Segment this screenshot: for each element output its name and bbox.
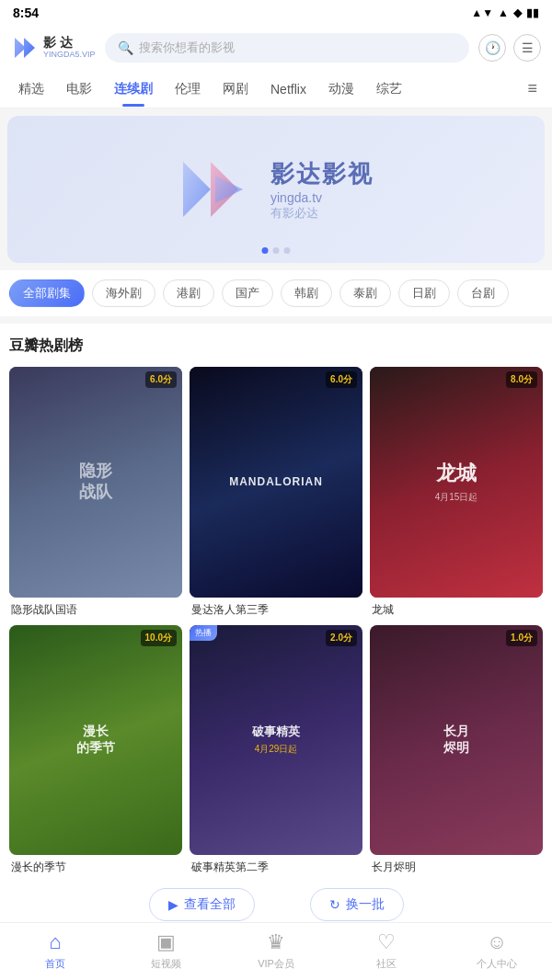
search-placeholder: 搜索你想看的影视 <box>139 40 235 56</box>
nav-profile-label: 个人中心 <box>477 957 517 971</box>
community-icon: ♡ <box>377 930 396 954</box>
bottom-nav: ⌂ 首页 ▣ 短视频 ♛ VIP会员 ♡ 社区 ☺ 个人中心 <box>0 922 552 980</box>
chip-domestic[interactable]: 国产 <box>222 279 273 307</box>
history-icon: 🕐 <box>485 40 500 55</box>
refresh-button[interactable]: ↻ 换一批 <box>310 888 404 921</box>
movie-thumb-6: 长月烬明 1.0分 <box>370 625 543 856</box>
header-icons: 🕐 ☰ <box>478 34 541 62</box>
banner-logo-icon <box>178 157 252 222</box>
refresh-label: 换一批 <box>346 896 385 913</box>
tab-dianying[interactable]: 电影 <box>55 72 103 107</box>
movie-thumb-3: 龙城 4月15日起 8.0分 <box>370 367 543 598</box>
movie-score-6: 1.0分 <box>506 630 537 646</box>
svg-marker-1 <box>24 38 35 58</box>
logo-area: 影 达 YINGDA5.VIP <box>11 34 96 62</box>
movie-card-5[interactable]: 破事精英 4月29日起 热播 2.0分 破事精英第二季 <box>190 625 362 876</box>
svg-marker-2 <box>183 162 211 217</box>
movie-score-4: 10.0分 <box>141 630 177 646</box>
nav-profile[interactable]: ☺ 个人中心 <box>469 930 524 971</box>
movie-thumb-5: 破事精英 4月29日起 热播 2.0分 <box>190 625 362 856</box>
nav-video-label: 短视频 <box>151 957 181 971</box>
movie-card-1[interactable]: 隐形战队 6.0分 隐形战队国语 <box>9 367 182 618</box>
view-all-label: 查看全部 <box>184 896 236 913</box>
banner-dots <box>262 247 291 254</box>
search-icon: 🔍 <box>118 40 133 55</box>
action-buttons: ▶ 查看全部 ↻ 换一批 <box>9 875 543 929</box>
chip-thai[interactable]: 泰剧 <box>339 279 391 307</box>
tab-wangju[interactable]: 网剧 <box>212 72 259 107</box>
nav-video[interactable]: ▣ 短视频 <box>138 930 193 971</box>
status-time: 8:54 <box>13 6 39 20</box>
refresh-icon: ↻ <box>329 897 340 912</box>
chip-overseas[interactable]: 海外剧 <box>92 279 155 307</box>
status-bar: 8:54 ▲▼ ▲ ◆ ▮▮ <box>0 0 552 26</box>
tab-zongyi[interactable]: 综艺 <box>365 72 413 107</box>
movie-title-3: 龙城 <box>370 602 543 618</box>
movie-score-3: 8.0分 <box>506 371 537 388</box>
movie-thumb-2: MANDALORIAN 6.0分 <box>190 367 362 598</box>
nav-home[interactable]: ⌂ 首页 <box>28 930 83 971</box>
tab-jingxuan[interactable]: 精选 <box>7 72 55 107</box>
movie-title-5: 破事精英第二季 <box>190 860 362 875</box>
chip-japanese[interactable]: 日剧 <box>398 279 450 307</box>
tab-lianjuju[interactable]: 连续剧 <box>103 72 164 107</box>
movie-card-3[interactable]: 龙城 4月15日起 8.0分 龙城 <box>370 367 543 618</box>
status-icons: ▲▼ ▲ ◆ ▮▮ <box>471 6 539 19</box>
history-button[interactable]: 🕐 <box>478 34 506 62</box>
chip-korean[interactable]: 韩剧 <box>281 279 332 307</box>
movie-title-1: 隐形战队国语 <box>9 602 182 618</box>
nav-vip[interactable]: ♛ VIP会员 <box>248 930 304 971</box>
movie-card-6[interactable]: 长月烬明 1.0分 长月烬明 <box>370 625 543 876</box>
logo-text: 影 达 YINGDA5.VIP <box>43 36 96 59</box>
dot-1 <box>273 247 280 254</box>
vip-icon: ♛ <box>267 930 285 954</box>
nav-community-label: 社区 <box>376 957 397 971</box>
movie-label-5: 热播 <box>190 625 217 641</box>
chip-all[interactable]: 全部剧集 <box>9 279 85 307</box>
banner[interactable]: 影达影视 yingda.tv 有影必达 <box>7 116 545 263</box>
douban-grid-row1: 隐形战队 6.0分 隐形战队国语 MANDALORIAN 6.0分 曼达洛人第三… <box>9 367 543 618</box>
nav-tabs: 精选 电影 连续剧 伦理 网剧 Netflix 动漫 综艺 ≡ <box>0 70 552 108</box>
douban-section-title: 豆瓣热剧榜 <box>9 336 543 356</box>
network-icon: ▲▼ <box>471 6 493 19</box>
tab-dongman[interactable]: 动漫 <box>317 72 365 107</box>
dot-2 <box>284 247 291 254</box>
movie-card-4[interactable]: 漫长的季节 10.0分 漫长的季节 <box>9 625 182 876</box>
play-icon: ▶ <box>168 897 178 912</box>
nav-community[interactable]: ♡ 社区 <box>359 930 414 971</box>
svg-marker-4 <box>215 176 243 203</box>
tab-lunli[interactable]: 伦理 <box>164 72 212 107</box>
menu-icon: ☰ <box>522 40 534 55</box>
signal-icon: ◆ <box>513 6 522 19</box>
nav-vip-label: VIP会员 <box>258 957 294 971</box>
dot-active <box>262 247 269 254</box>
nav-home-label: 首页 <box>45 957 65 971</box>
douban-grid-row2: 漫长的季节 10.0分 漫长的季节 破事精英 4月29日起 热播 2.0分 破事… <box>9 625 543 876</box>
filter-chips: 全部剧集 海外剧 港剧 国产 韩剧 泰剧 日剧 台剧 <box>0 270 552 316</box>
banner-content: 影达影视 yingda.tv 有影必达 <box>178 157 374 222</box>
tab-netflix[interactable]: Netflix <box>259 73 317 106</box>
search-bar[interactable]: 🔍 搜索你想看的影视 <box>105 33 469 63</box>
movie-card-2[interactable]: MANDALORIAN 6.0分 曼达洛人第三季 <box>190 367 362 618</box>
home-icon: ⌂ <box>49 930 61 954</box>
movie-title-4: 漫长的季节 <box>9 860 182 875</box>
nav-more-button[interactable]: ≡ <box>520 70 545 108</box>
view-all-button[interactable]: ▶ 查看全部 <box>149 888 255 921</box>
video-icon: ▣ <box>156 930 176 954</box>
movie-score-1: 6.0分 <box>145 371 177 388</box>
battery-icon: ▮▮ <box>526 6 539 19</box>
chip-taiwan[interactable]: 台剧 <box>457 279 509 307</box>
movie-thumb-4: 漫长的季节 10.0分 <box>9 625 182 856</box>
logo-icon <box>11 34 39 62</box>
chip-hk[interactable]: 港剧 <box>163 279 214 307</box>
movie-title-2: 曼达洛人第三季 <box>190 602 362 618</box>
movie-thumb-1: 隐形战队 6.0分 <box>9 367 182 598</box>
douban-section: 豆瓣热剧榜 隐形战队 6.0分 隐形战队国语 MANDALORIAN 6.0分 … <box>0 324 552 938</box>
movie-title-6: 长月烬明 <box>370 860 543 875</box>
header: 影 达 YINGDA5.VIP 🔍 搜索你想看的影视 🕐 ☰ <box>0 26 552 70</box>
movie-score-5: 2.0分 <box>326 630 357 646</box>
wifi-icon: ▲ <box>498 6 509 19</box>
menu-button[interactable]: ☰ <box>513 34 541 62</box>
banner-text: 影达影视 yingda.tv 有影必达 <box>270 158 374 222</box>
movie-score-2: 6.0分 <box>326 371 357 388</box>
